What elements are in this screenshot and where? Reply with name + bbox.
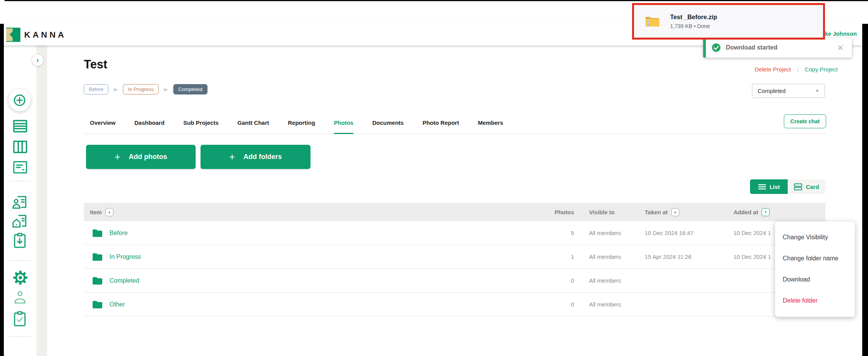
- folder-icon: [92, 253, 103, 261]
- sidebar-item-notes[interactable]: [13, 161, 27, 175]
- screen: KANNA Mike Johnson: [0, 0, 868, 356]
- clipboard-check-icon: [13, 311, 27, 327]
- project-status-flow: Before ▶ In Progress ▶ Completed: [84, 84, 207, 94]
- arrow-right-icon: ▶: [114, 86, 118, 92]
- add-photos-button[interactable]: + Add photos: [86, 145, 196, 169]
- status-badge-before: Before: [84, 84, 108, 94]
- brand-logo[interactable]: KANNA: [6, 28, 66, 42]
- plus-icon: +: [229, 151, 235, 163]
- folder-icon: [92, 300, 103, 309]
- sidebar-divider: [9, 260, 31, 261]
- folder-icon: [92, 277, 103, 285]
- table-header-row: Item ▲ Photos Visible to Taken at ▲ Adde…: [84, 203, 825, 221]
- sidebar-expand-button[interactable]: ›: [32, 55, 43, 66]
- table-row[interactable]: In Progress 1 All members 15 Apr 2024 11…: [84, 245, 825, 269]
- person-icon: [13, 291, 27, 305]
- column-header-item: Item: [90, 209, 102, 215]
- folder-context-menu: Change Visibility Change folder name Dow…: [775, 222, 855, 317]
- tab-photo-report[interactable]: Photo Report: [423, 113, 459, 134]
- sort-down-icon: ▼: [764, 210, 767, 214]
- sidebar-item-settings[interactable]: [13, 270, 28, 286]
- tab-sub-projects[interactable]: Sub Projects: [183, 113, 219, 134]
- cell-visible-to: All members: [574, 230, 645, 236]
- sidebar-item-projects-list[interactable]: [13, 120, 27, 134]
- cell-visible-to: All members: [574, 253, 645, 260]
- cell-taken-at: 10 Dec 2024 16:47: [645, 230, 734, 236]
- sidebar-item-client-docs[interactable]: [12, 195, 28, 211]
- tab-members[interactable]: Members: [478, 113, 503, 134]
- create-new-button[interactable]: [8, 89, 31, 111]
- menu-item-delete-folder[interactable]: Delete folder: [775, 290, 855, 311]
- sidebar-divider: [9, 181, 31, 181]
- folder-link[interactable]: Completed: [110, 277, 139, 284]
- table-row[interactable]: Before 5 All members 10 Dec 2024 16:47 1…: [84, 221, 825, 245]
- sort-added-at-button[interactable]: ▼: [762, 208, 770, 216]
- download-item-info: Test _Before.zip 1,739 KB • Done: [670, 14, 717, 29]
- list-view-label: List: [770, 184, 780, 190]
- close-icon[interactable]: ✕: [837, 43, 843, 52]
- sidebar-item-site-docs[interactable]: [12, 214, 28, 230]
- page-title: Test: [84, 58, 107, 71]
- download-item-card[interactable]: Test _Before.zip 1,739 KB • Done: [632, 3, 825, 40]
- status-badge-completed: Completed: [173, 84, 207, 94]
- tab-gantt-chart[interactable]: Gantt Chart: [237, 113, 269, 134]
- zip-file-icon: [645, 15, 660, 28]
- tab-documents[interactable]: Documents: [372, 113, 404, 134]
- sidebar-item-board[interactable]: [13, 141, 27, 155]
- sort-item-button[interactable]: ▲: [105, 208, 113, 216]
- download-filename: Test _Before.zip: [670, 14, 717, 21]
- folder-link[interactable]: Other: [110, 301, 125, 308]
- download-size-status: 1,739 KB • Done: [670, 23, 717, 29]
- tab-reporting[interactable]: Reporting: [288, 113, 315, 134]
- menu-item-download[interactable]: Download: [775, 269, 855, 290]
- card-view-label: Card: [806, 184, 819, 190]
- plus-circle-icon: [12, 93, 27, 108]
- column-header-photos: Photos: [491, 209, 574, 215]
- person-document-icon: [12, 195, 28, 209]
- cell-photos: 1: [491, 253, 574, 260]
- table-row[interactable]: Completed 0 All members: [84, 269, 825, 293]
- sort-up-icon: ▲: [674, 210, 677, 214]
- project-tabs: Overview Dashboard Sub Projects Gantt Ch…: [84, 112, 825, 134]
- tab-dashboard[interactable]: Dashboard: [134, 113, 164, 134]
- arrow-right-icon: ▶: [164, 86, 168, 92]
- sidebar: [4, 45, 37, 356]
- sidebar-gutter: [37, 45, 47, 356]
- dropdown-value: Completed: [758, 88, 786, 94]
- menu-item-change-visibility[interactable]: Change Visibility: [775, 227, 855, 248]
- copy-project-link[interactable]: Copy Project: [805, 66, 838, 73]
- list-icon: [13, 120, 27, 132]
- divider: |: [797, 66, 798, 73]
- table-row[interactable]: Other 0 All members: [84, 293, 825, 316]
- sidebar-item-import[interactable]: [13, 233, 27, 250]
- tab-overview[interactable]: Overview: [90, 113, 116, 134]
- brand-name: KANNA: [24, 30, 66, 40]
- project-status-dropdown[interactable]: Completed ▼: [752, 84, 825, 98]
- add-folders-label: Add folders: [244, 153, 282, 161]
- card-view-icon: [794, 183, 802, 190]
- download-started-toast: Download started ✕: [703, 38, 852, 58]
- list-view-button[interactable]: List: [750, 179, 788, 194]
- delete-project-link[interactable]: Delete Project: [755, 66, 791, 73]
- clipboard-download-icon: [13, 233, 27, 249]
- plus-icon: +: [115, 151, 120, 163]
- folder-link[interactable]: Before: [110, 230, 128, 237]
- cell-photos: 5: [491, 230, 574, 236]
- folder-icon: [92, 229, 103, 237]
- column-header-visible-to: Visible to: [574, 209, 645, 215]
- sort-taken-at-button[interactable]: ▲: [671, 208, 679, 216]
- project-actions: Delete Project | Copy Project: [755, 66, 838, 73]
- tab-photos[interactable]: Photos: [334, 113, 354, 134]
- menu-item-change-folder-name[interactable]: Change folder name: [775, 248, 855, 269]
- create-chat-button[interactable]: Create chat: [784, 114, 826, 128]
- window-top-edge: [5, 0, 868, 1]
- add-photos-label: Add photos: [129, 153, 167, 161]
- folder-link[interactable]: In Progress: [110, 253, 141, 260]
- sidebar-item-profile[interactable]: [13, 291, 27, 306]
- app-window: KANNA Mike Johnson: [4, 24, 862, 356]
- add-folders-button[interactable]: + Add folders: [201, 145, 310, 169]
- folders-table: Item ▲ Photos Visible to Taken at ▲ Adde…: [84, 203, 825, 316]
- sidebar-item-tasks[interactable]: [13, 311, 27, 329]
- list-view-icon: [758, 184, 766, 190]
- card-view-button[interactable]: Card: [788, 179, 825, 194]
